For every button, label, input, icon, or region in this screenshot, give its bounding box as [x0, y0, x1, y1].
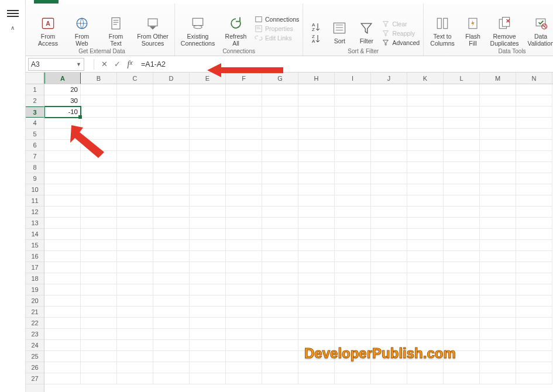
from-other-sources-button[interactable]: From OtherSources: [135, 15, 171, 47]
cell-E18[interactable]: [190, 273, 226, 284]
cell-N7[interactable]: [516, 151, 552, 162]
cell-F25[interactable]: [226, 351, 262, 362]
cell-E8[interactable]: [190, 162, 226, 173]
cell-M1[interactable]: [480, 84, 516, 95]
cell-D27[interactable]: [153, 373, 190, 384]
cell-A11[interactable]: [44, 195, 81, 207]
cell-I26[interactable]: [335, 362, 371, 373]
cell-B27[interactable]: [81, 373, 117, 384]
cell-M23[interactable]: [480, 329, 516, 340]
cell-G26[interactable]: [262, 362, 298, 373]
cell-A1[interactable]: 20: [44, 84, 81, 95]
cell-L23[interactable]: [444, 329, 480, 340]
cell-J17[interactable]: [371, 262, 407, 273]
cell-C11[interactable]: [117, 195, 153, 207]
cell-A5[interactable]: [44, 129, 81, 140]
cell-F11[interactable]: [226, 195, 262, 207]
cell-B10[interactable]: [81, 184, 117, 195]
cell-F15[interactable]: [226, 240, 262, 251]
cell-C8[interactable]: [117, 162, 153, 173]
cell-E3[interactable]: [190, 106, 226, 118]
cell-D15[interactable]: [153, 240, 190, 251]
cell-D18[interactable]: [153, 273, 190, 284]
cell-A20[interactable]: [44, 295, 81, 307]
enter-formula-button[interactable]: ✓: [111, 60, 123, 68]
cell-K6[interactable]: [407, 140, 444, 151]
cell-C27[interactable]: [117, 373, 153, 384]
cell-J10[interactable]: [371, 184, 407, 195]
cell-D23[interactable]: [153, 329, 190, 340]
cell-B8[interactable]: [81, 162, 117, 173]
cell-E25[interactable]: [190, 351, 226, 362]
cell-N14[interactable]: [516, 229, 552, 240]
cell-F7[interactable]: [226, 151, 262, 162]
cell-I14[interactable]: [335, 229, 371, 240]
cell-J24[interactable]: [371, 340, 407, 351]
cell-C20[interactable]: [117, 295, 153, 307]
cell-B19[interactable]: [81, 284, 117, 295]
filter-button[interactable]: Filter: [355, 20, 378, 44]
cell-C21[interactable]: [117, 307, 153, 318]
row-header-1[interactable]: 1: [26, 84, 44, 95]
cell-L10[interactable]: [444, 184, 480, 195]
cell-C5[interactable]: [117, 129, 153, 140]
column-header-F[interactable]: F: [226, 73, 262, 84]
cell-I21[interactable]: [335, 307, 371, 318]
cell-M6[interactable]: [480, 140, 516, 151]
cell-E6[interactable]: [190, 140, 226, 151]
cell-E13[interactable]: [190, 218, 226, 229]
cell-J8[interactable]: [371, 162, 407, 173]
cell-J5[interactable]: [371, 129, 407, 140]
cell-D19[interactable]: [153, 284, 190, 295]
cell-G27[interactable]: [262, 373, 298, 384]
cell-M15[interactable]: [480, 240, 516, 251]
cell-A9[interactable]: [44, 173, 81, 184]
cell-F14[interactable]: [226, 229, 262, 240]
advanced-filter-button[interactable]: Advanced: [382, 39, 420, 47]
cell-F17[interactable]: [226, 262, 262, 273]
cell-J27[interactable]: [371, 373, 407, 384]
cell-E5[interactable]: [190, 129, 226, 140]
cell-I17[interactable]: [335, 262, 371, 273]
cell-L6[interactable]: [444, 140, 480, 151]
connections-button[interactable]: Connections: [255, 15, 299, 23]
cell-G24[interactable]: [262, 340, 298, 351]
cell-B25[interactable]: [81, 351, 117, 362]
cell-A12[interactable]: [44, 207, 81, 218]
cell-I25[interactable]: [335, 351, 371, 362]
cell-A15[interactable]: [44, 240, 81, 251]
cell-L4[interactable]: [444, 118, 480, 129]
cell-M12[interactable]: [480, 207, 516, 218]
cell-G18[interactable]: [262, 273, 298, 284]
cell-E9[interactable]: [190, 173, 226, 184]
cell-K3[interactable]: [407, 106, 444, 118]
sort-button[interactable]: Sort: [328, 20, 351, 44]
cell-K24[interactable]: [407, 340, 444, 351]
cell-C22[interactable]: [117, 318, 153, 329]
cell-H16[interactable]: [298, 251, 335, 262]
cell-K20[interactable]: [407, 295, 444, 307]
existing-connections-button[interactable]: ExistingConnections: [178, 15, 217, 47]
cell-F23[interactable]: [226, 329, 262, 340]
cell-B22[interactable]: [81, 318, 117, 329]
cell-D4[interactable]: [153, 118, 190, 129]
cell-F13[interactable]: [226, 218, 262, 229]
cell-L3[interactable]: [444, 106, 480, 118]
cell-L17[interactable]: [444, 262, 480, 273]
cell-N12[interactable]: [516, 207, 552, 218]
cell-M10[interactable]: [480, 184, 516, 195]
cell-N20[interactable]: [516, 295, 552, 307]
cell-A14[interactable]: [44, 229, 81, 240]
cell-C12[interactable]: [117, 207, 153, 218]
cell-N16[interactable]: [516, 251, 552, 262]
cell-J11[interactable]: [371, 195, 407, 207]
cell-E27[interactable]: [190, 373, 226, 384]
cell-E23[interactable]: [190, 329, 226, 340]
row-header-5[interactable]: 5: [26, 129, 44, 140]
cell-N19[interactable]: [516, 284, 552, 295]
cell-E17[interactable]: [190, 262, 226, 273]
cell-K5[interactable]: [407, 129, 444, 140]
cell-F22[interactable]: [226, 318, 262, 329]
cell-L13[interactable]: [444, 218, 480, 229]
cell-B5[interactable]: [81, 129, 117, 140]
